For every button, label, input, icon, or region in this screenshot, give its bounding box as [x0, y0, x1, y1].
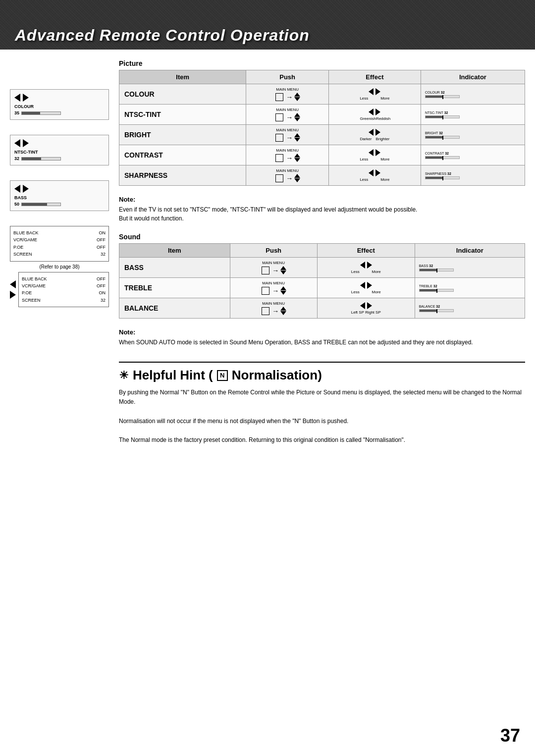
sound-section: Sound Item Push Effect Indicator BASS MA… — [119, 233, 525, 319]
right-arrow-icon — [23, 185, 29, 193]
hint-text-2: Normalisation will not occur if the menu… — [119, 417, 525, 426]
effect-cell: Darker Brighter — [328, 125, 421, 145]
left-arrow-icon — [10, 280, 16, 288]
ntsc-tint-label: NTSC-TINT — [14, 150, 38, 155]
indicator-cell: COLOUR 32 — [421, 84, 525, 105]
screen-box-2: BLUE BACK OFF VCR/GAME OFF P.OE ON SCREE… — [18, 272, 109, 308]
colour-label: COLOUR — [14, 104, 34, 109]
screen2-row-2: VCR/GAME OFF — [22, 282, 106, 289]
table-row: CONTRAST — [119, 145, 246, 165]
sound-table: Item Push Effect Indicator BASS MAIN MEN… — [119, 243, 525, 319]
picture-section: Picture Item Push Effect Indicator COLOU… — [119, 59, 525, 186]
hint-sun-icon: ☀ — [119, 369, 129, 382]
picture-col-item: Item — [119, 70, 246, 84]
helpful-hint-section: ☀ Helpful Hint ( N Normalisation) By pus… — [119, 362, 525, 445]
indicator-cell: BASS 32 — [415, 258, 525, 278]
screen-row-2: VCR/GAME OFF — [13, 236, 106, 243]
left-arrow-icon — [14, 94, 20, 102]
push-cell: MAIN MENU → — [246, 84, 329, 105]
sound-col-push: Push — [230, 244, 317, 258]
picture-section-title: Picture — [119, 59, 525, 67]
picture-note-text: Even if the TV is not set to "NTSC" mode… — [119, 205, 525, 223]
screen-box-1: BLUE BACK ON VCR/GAME OFF P.OE OFF SCREE… — [10, 226, 109, 262]
table-row: BRIGHT — [119, 125, 246, 145]
table-row: BASS — [119, 258, 230, 278]
indicator-cell: NTSC-TINT 32 — [421, 105, 525, 125]
right-column: Picture Item Push Effect Indicator COLOU… — [119, 59, 525, 445]
helpful-hint-title: ☀ Helpful Hint ( N Normalisation) — [119, 368, 525, 383]
indicator-cell: TREBLE 32 — [415, 278, 525, 298]
indicator-cell: SHARPNESS 32 — [421, 165, 525, 186]
sound-col-effect: Effect — [317, 244, 415, 258]
left-arrow-icon — [14, 185, 20, 193]
bass-diagram: BASS 50 — [10, 180, 109, 211]
effect-cell: Less More — [317, 278, 415, 298]
effect-cell: Less More — [328, 145, 421, 165]
screen2-row-1: BLUE BACK OFF — [22, 275, 106, 282]
picture-note: Note: Even if the TV is not set to "NTSC… — [119, 196, 525, 223]
screen2-row-3: P.OE ON — [22, 289, 106, 296]
screen-row-4: SCREEN 32 — [13, 251, 106, 258]
ntsc-tint-diagram: NTSC-TINT 32 — [10, 135, 109, 165]
sound-col-indicator: Indicator — [415, 244, 525, 258]
push-cell: MAIN MENU → — [230, 278, 317, 298]
push-cell: MAIN MENU → — [230, 298, 317, 319]
screen-row-3: P.OE OFF — [13, 244, 106, 251]
push-cell: MAIN MENU → — [246, 145, 329, 165]
picture-col-indicator: Indicator — [421, 70, 525, 84]
header-title: Advanced Remote Control Operation — [15, 26, 310, 45]
sound-col-item: Item — [119, 244, 230, 258]
hint-text-1: By pushing the Normal "N" Button on the … — [119, 388, 525, 407]
header-banner: Advanced Remote Control Operation — [0, 0, 535, 50]
left-diagrams: COLOUR 35 NTSC-TINT 32 — [10, 59, 109, 445]
ntsc-tint-value: 32 — [14, 156, 19, 161]
right-arrow-icon — [23, 139, 29, 147]
table-row: BALANCE — [119, 298, 230, 319]
effect-cell: Left SP Right SP — [317, 298, 415, 319]
push-cell: MAIN MENU → — [246, 105, 329, 125]
effect-cell: Less More — [328, 165, 421, 186]
helpful-hint-text: By pushing the Normal "N" Button on the … — [119, 388, 525, 445]
colour-bar — [21, 111, 61, 115]
screen-row-1: BLUE BACK ON — [13, 229, 106, 236]
picture-col-effect: Effect — [328, 70, 421, 84]
screen2-row-4: SCREEN 32 — [22, 297, 106, 304]
screen-box-2-group: BLUE BACK OFF VCR/GAME OFF P.OE ON SCREE… — [10, 272, 109, 308]
sound-note-text: When SOUND AUTO mode is selected in Soun… — [119, 338, 525, 347]
sound-section-title: Sound — [119, 233, 525, 241]
ntsc-tint-bar — [21, 157, 61, 161]
table-row: NTSC-TINT — [119, 105, 246, 125]
hint-text-3: The Normal mode is the factory preset co… — [119, 435, 525, 445]
sound-note-title: Note: — [119, 328, 525, 336]
indicator-cell: CONTRAST 32 — [421, 145, 525, 165]
page-number: 37 — [500, 725, 520, 746]
table-row: TREBLE — [119, 278, 230, 298]
sound-note: Note: When SOUND AUTO mode is selected i… — [119, 328, 525, 347]
picture-table: Item Push Effect Indicator COLOUR MAIN M… — [119, 70, 525, 186]
table-row: SHARPNESS — [119, 165, 246, 186]
effect-cell: Less More — [328, 84, 421, 105]
bass-bar — [21, 203, 61, 206]
n-badge: N — [217, 370, 228, 381]
left-arrow-icon — [14, 139, 20, 147]
picture-col-push: Push — [246, 70, 329, 84]
push-cell: MAIN MENU → — [230, 258, 317, 278]
push-cell: MAIN MENU → — [246, 125, 329, 145]
effect-cell: Greenish Reddish — [328, 105, 421, 125]
picture-note-title: Note: — [119, 196, 525, 203]
effect-cell: Less More — [317, 258, 415, 278]
colour-value: 35 — [14, 110, 19, 115]
bass-label: BASS — [14, 195, 27, 200]
colour-diagram: COLOUR 35 — [10, 89, 109, 120]
push-cell: MAIN MENU → — [246, 165, 329, 186]
right-arrow-icon — [23, 94, 29, 102]
bass-value: 50 — [14, 202, 19, 207]
screen-boxes-group: BLUE BACK ON VCR/GAME OFF P.OE OFF SCREE… — [10, 226, 109, 307]
table-row: COLOUR — [119, 84, 246, 105]
refer-to-page: (Refer to page 38) — [10, 264, 109, 270]
indicator-cell: BALANCE 32 — [415, 298, 525, 319]
right-arrow-icon — [10, 291, 16, 299]
indicator-cell: BRIGHT 32 — [421, 125, 525, 145]
